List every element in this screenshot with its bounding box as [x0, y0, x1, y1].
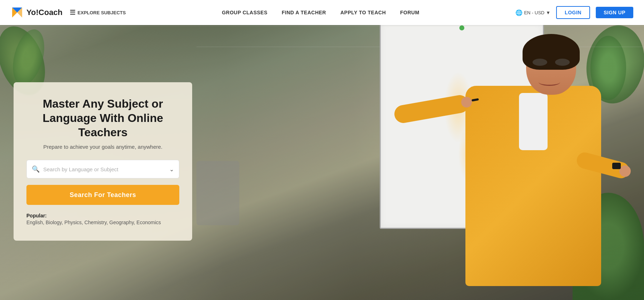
teacher-shirt [519, 93, 548, 150]
teacher-smile [539, 79, 560, 86]
navbar: Yo!Coach ☰ EXPLORE SUBJECTS GROUP CLASSE… [0, 0, 644, 25]
popular-tags: English, Biology, Physics, Chemistry, Ge… [26, 218, 161, 226]
marker [471, 98, 479, 102]
nav-center: GROUP CLASSES FIND A TEACHER APPLY TO TE… [126, 10, 515, 15]
nav-group-classes[interactable]: GROUP CLASSES [222, 10, 268, 15]
search-for-teachers-button[interactable]: Search For Teachers [26, 185, 179, 205]
teacher-head [526, 38, 576, 95]
language-selector[interactable]: 🌐 EN - USD ▼ [515, 9, 550, 16]
hamburger-icon: ☰ [70, 9, 75, 16]
popular-row: Popular: English, Biology, Physics, Chem… [26, 213, 179, 226]
teacher-watch [612, 163, 621, 169]
teacher-glasses [531, 57, 571, 67]
logo-icon [11, 6, 24, 19]
nav-find-teacher[interactable]: FIND A TEACHER [282, 10, 326, 15]
explore-subjects-menu[interactable]: ☰ EXPLORE SUBJECTS [70, 9, 126, 16]
teacher-body [465, 86, 601, 286]
nav-right: 🌐 EN - USD ▼ LOGIN SIGN UP [515, 6, 633, 19]
ceiling-line [0, 26, 644, 26]
hero-card: Master Any Subject or Language With Onli… [14, 82, 192, 241]
lang-label: EN - USD [524, 10, 544, 15]
subject-search-box[interactable]: 🔍 Search by Language or Subject ⌄ [26, 160, 179, 178]
search-icon: 🔍 [32, 165, 40, 173]
chevron-down-icon: ▼ [546, 10, 550, 15]
logo-link[interactable]: Yo!Coach [11, 6, 63, 19]
explore-label: EXPLORE SUBJECTS [78, 10, 126, 15]
nav-apply-teach[interactable]: APPLY TO TEACH [340, 10, 386, 15]
logo-text: Yo!Coach [26, 8, 63, 17]
hero-subtitle: Prepare to achieve your goals anytime, a… [26, 144, 179, 150]
chevron-down-icon: ⌄ [169, 166, 174, 173]
hero-title: Master Any Subject or Language With Onli… [26, 97, 179, 139]
hero-section: Master Any Subject or Language With Onli… [0, 0, 644, 300]
nav-forum[interactable]: FORUM [400, 10, 419, 15]
whiteboard-dot [459, 25, 464, 30]
globe-icon: 🌐 [515, 9, 523, 16]
teacher-hand [460, 96, 473, 108]
chair-bg [196, 161, 239, 225]
login-button[interactable]: LOGIN [556, 6, 590, 19]
popular-label: Popular: [26, 213, 47, 218]
search-placeholder-text: Search by Language or Subject [43, 166, 169, 172]
signup-button[interactable]: SIGN UP [596, 7, 633, 18]
